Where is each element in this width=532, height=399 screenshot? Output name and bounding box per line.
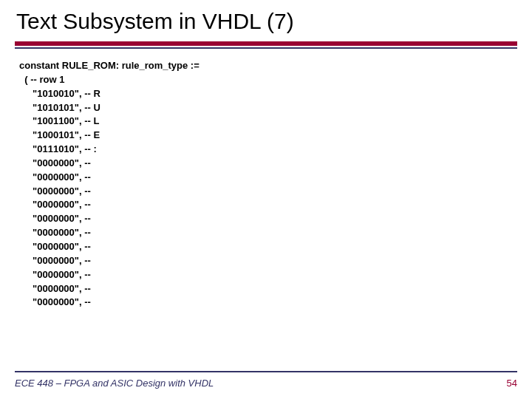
slide: Text Subsystem in VHDL (7) constant RULE… [0,0,532,399]
footer-course: ECE 448 – FPGA and ASIC Design with VHDL [15,378,214,389]
title-rule-sub [15,47,517,49]
page-number: 54 [507,378,517,389]
footer: ECE 448 – FPGA and ASIC Design with VHDL… [0,378,532,389]
slide-title: Text Subsystem in VHDL (7) [15,9,517,34]
title-rule-main [15,41,517,46]
code-block: constant RULE_ROM: rule_rom_type := ( --… [15,59,517,310]
footer-rule [15,371,517,372]
